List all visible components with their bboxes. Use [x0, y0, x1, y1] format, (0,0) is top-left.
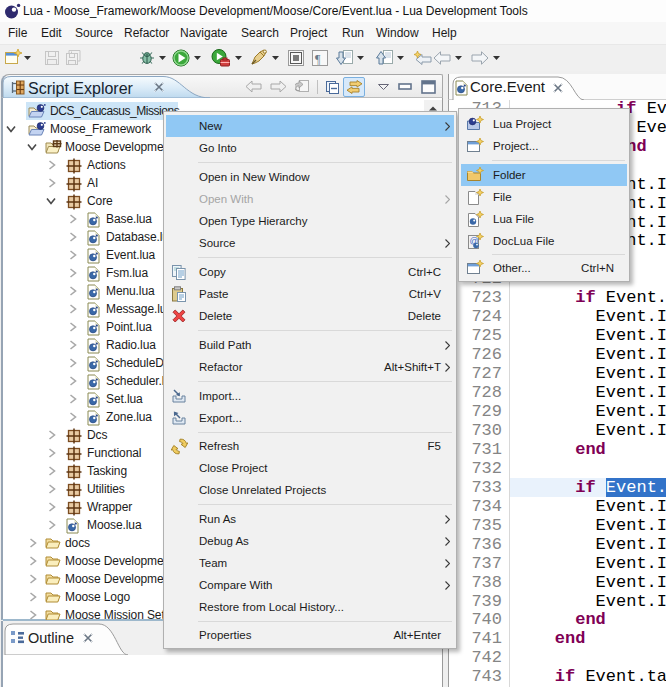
svg-text:¶: ¶: [315, 52, 321, 66]
